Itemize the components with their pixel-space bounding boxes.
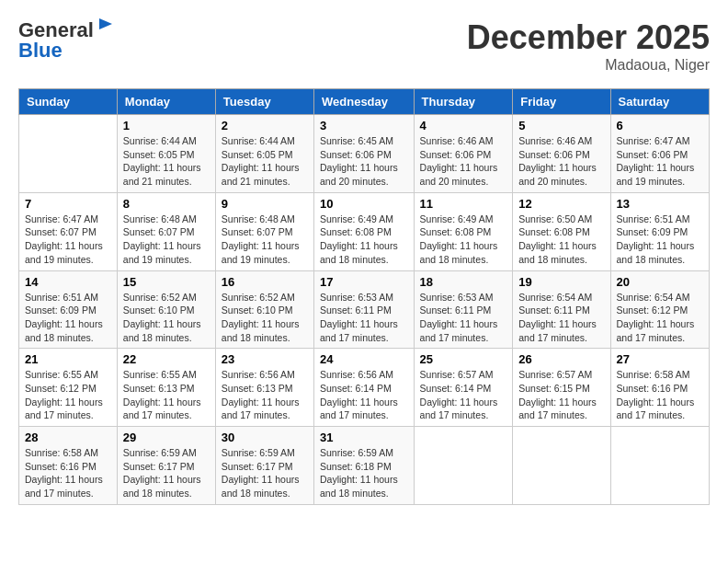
calendar-day-cell: 11Sunrise: 6:49 AM Sunset: 6:08 PM Dayli… (414, 192, 513, 270)
day-detail: Sunrise: 6:49 AM Sunset: 6:08 PM Dayligh… (320, 213, 408, 267)
day-detail: Sunrise: 6:49 AM Sunset: 6:08 PM Dayligh… (420, 213, 507, 267)
calendar-day-cell: 9Sunrise: 6:48 AM Sunset: 6:07 PM Daylig… (215, 192, 313, 270)
day-detail: Sunrise: 6:52 AM Sunset: 6:10 PM Dayligh… (123, 291, 210, 345)
calendar-day-cell: 25Sunrise: 6:57 AM Sunset: 6:14 PM Dayli… (414, 349, 513, 427)
day-detail: Sunrise: 6:50 AM Sunset: 6:08 PM Dayligh… (518, 213, 604, 267)
calendar-day-cell: 17Sunrise: 6:53 AM Sunset: 6:11 PM Dayli… (314, 270, 415, 349)
svg-marker-0 (99, 18, 112, 29)
calendar-day-cell: 4Sunrise: 6:46 AM Sunset: 6:06 PM Daylig… (414, 115, 513, 193)
calendar-week-row: 21Sunrise: 6:55 AM Sunset: 6:12 PM Dayli… (19, 349, 710, 427)
calendar-day-cell: 26Sunrise: 6:57 AM Sunset: 6:15 PM Dayli… (513, 349, 610, 427)
day-detail: Sunrise: 6:54 AM Sunset: 6:12 PM Dayligh… (617, 291, 703, 345)
calendar-day-cell: 2Sunrise: 6:44 AM Sunset: 6:05 PM Daylig… (215, 115, 313, 193)
calendar-day-header: Monday (117, 89, 215, 115)
day-number: 29 (123, 431, 210, 444)
day-number: 23 (222, 352, 308, 366)
calendar-day-header: Sunday (19, 89, 118, 115)
day-number: 11 (420, 197, 507, 211)
calendar-header-row: SundayMondayTuesdayWednesdayThursdayFrid… (19, 89, 710, 115)
day-detail: Sunrise: 6:44 AM Sunset: 6:05 PM Dayligh… (222, 134, 308, 189)
day-number: 17 (320, 275, 408, 289)
day-detail: Sunrise: 6:46 AM Sunset: 6:06 PM Dayligh… (518, 134, 604, 189)
day-detail: Sunrise: 6:58 AM Sunset: 6:16 PM Dayligh… (25, 446, 111, 500)
calendar-day-cell: 31Sunrise: 6:59 AM Sunset: 6:18 PM Dayli… (314, 427, 415, 505)
calendar-day-cell: 3Sunrise: 6:45 AM Sunset: 6:06 PM Daylig… (314, 115, 415, 193)
day-number: 3 (320, 119, 408, 132)
calendar-day-header: Friday (513, 89, 610, 115)
day-detail: Sunrise: 6:52 AM Sunset: 6:10 PM Dayligh… (222, 291, 308, 345)
day-number: 13 (617, 197, 703, 211)
title-block: December 2025 Madaoua, Niger (467, 18, 710, 74)
calendar-day-cell: 7Sunrise: 6:47 AM Sunset: 6:07 PM Daylig… (19, 192, 118, 270)
calendar-day-cell: 20Sunrise: 6:54 AM Sunset: 6:12 PM Dayli… (610, 270, 709, 349)
day-detail: Sunrise: 6:59 AM Sunset: 6:18 PM Dayligh… (320, 446, 408, 500)
calendar-day-cell: 1Sunrise: 6:44 AM Sunset: 6:05 PM Daylig… (117, 115, 215, 193)
calendar-table: SundayMondayTuesdayWednesdayThursdayFrid… (18, 88, 710, 505)
calendar-day-header: Wednesday (314, 89, 415, 115)
calendar-day-cell: 8Sunrise: 6:48 AM Sunset: 6:07 PM Daylig… (117, 192, 215, 270)
day-number: 20 (617, 275, 703, 289)
calendar-day-cell: 14Sunrise: 6:51 AM Sunset: 6:09 PM Dayli… (19, 270, 118, 349)
day-detail: Sunrise: 6:44 AM Sunset: 6:05 PM Dayligh… (123, 134, 210, 189)
calendar-week-row: 7Sunrise: 6:47 AM Sunset: 6:07 PM Daylig… (19, 192, 710, 270)
calendar-day-cell: 10Sunrise: 6:49 AM Sunset: 6:08 PM Dayli… (314, 192, 415, 270)
logo-flag-icon (96, 17, 114, 35)
day-detail: Sunrise: 6:55 AM Sunset: 6:12 PM Dayligh… (25, 368, 111, 422)
day-detail: Sunrise: 6:46 AM Sunset: 6:06 PM Dayligh… (420, 134, 507, 189)
calendar-day-cell: 5Sunrise: 6:46 AM Sunset: 6:06 PM Daylig… (513, 115, 610, 193)
day-number: 22 (123, 352, 210, 366)
calendar-day-header: Thursday (414, 89, 513, 115)
calendar-day-cell: 18Sunrise: 6:53 AM Sunset: 6:11 PM Dayli… (414, 270, 513, 349)
month-title: December 2025 (467, 18, 710, 57)
calendar-day-cell: 15Sunrise: 6:52 AM Sunset: 6:10 PM Dayli… (117, 270, 215, 349)
day-detail: Sunrise: 6:47 AM Sunset: 6:07 PM Dayligh… (25, 213, 111, 267)
day-number: 10 (320, 197, 408, 211)
day-number: 15 (123, 275, 210, 289)
day-detail: Sunrise: 6:51 AM Sunset: 6:09 PM Dayligh… (25, 291, 111, 345)
calendar-day-cell: 24Sunrise: 6:56 AM Sunset: 6:14 PM Dayli… (314, 349, 415, 427)
day-number: 18 (420, 275, 507, 289)
day-number: 31 (320, 431, 408, 444)
day-number: 19 (518, 275, 604, 289)
day-number: 28 (25, 431, 111, 444)
calendar-day-cell: 6Sunrise: 6:47 AM Sunset: 6:06 PM Daylig… (610, 115, 709, 193)
day-number: 5 (518, 119, 604, 132)
day-number: 26 (518, 352, 604, 366)
day-detail: Sunrise: 6:45 AM Sunset: 6:06 PM Dayligh… (320, 134, 408, 189)
calendar-week-row: 1Sunrise: 6:44 AM Sunset: 6:05 PM Daylig… (19, 115, 710, 193)
day-detail: Sunrise: 6:56 AM Sunset: 6:14 PM Dayligh… (320, 368, 408, 422)
page-header: General Blue December 2025 Madaoua, Nige… (18, 18, 710, 74)
day-detail: Sunrise: 6:55 AM Sunset: 6:13 PM Dayligh… (123, 368, 210, 422)
day-number: 14 (25, 275, 111, 289)
day-number: 9 (222, 197, 308, 211)
calendar-day-cell: 12Sunrise: 6:50 AM Sunset: 6:08 PM Dayli… (513, 192, 610, 270)
calendar-week-row: 28Sunrise: 6:58 AM Sunset: 6:16 PM Dayli… (19, 427, 710, 505)
day-detail: Sunrise: 6:48 AM Sunset: 6:07 PM Dayligh… (222, 213, 308, 267)
day-number: 27 (617, 352, 703, 366)
day-detail: Sunrise: 6:56 AM Sunset: 6:13 PM Dayligh… (222, 368, 308, 422)
day-number: 4 (420, 119, 507, 132)
calendar-day-cell: 13Sunrise: 6:51 AM Sunset: 6:09 PM Dayli… (610, 192, 709, 270)
day-detail: Sunrise: 6:47 AM Sunset: 6:06 PM Dayligh… (617, 134, 703, 189)
day-detail: Sunrise: 6:51 AM Sunset: 6:09 PM Dayligh… (617, 213, 703, 267)
calendar-day-cell: 23Sunrise: 6:56 AM Sunset: 6:13 PM Dayli… (215, 349, 313, 427)
calendar-day-cell (610, 427, 709, 505)
calendar-day-cell: 16Sunrise: 6:52 AM Sunset: 6:10 PM Dayli… (215, 270, 313, 349)
day-number: 30 (222, 431, 308, 444)
day-number: 7 (25, 197, 111, 211)
day-detail: Sunrise: 6:48 AM Sunset: 6:07 PM Dayligh… (123, 213, 210, 267)
day-number: 12 (518, 197, 604, 211)
calendar-day-cell: 29Sunrise: 6:59 AM Sunset: 6:17 PM Dayli… (117, 427, 215, 505)
day-detail: Sunrise: 6:58 AM Sunset: 6:16 PM Dayligh… (617, 368, 703, 422)
day-number: 6 (617, 119, 703, 132)
day-number: 8 (123, 197, 210, 211)
logo: General Blue (18, 18, 114, 63)
day-number: 24 (320, 352, 408, 366)
day-detail: Sunrise: 6:54 AM Sunset: 6:11 PM Dayligh… (518, 291, 604, 345)
calendar-day-header: Saturday (610, 89, 709, 115)
calendar-body: 1Sunrise: 6:44 AM Sunset: 6:05 PM Daylig… (19, 115, 710, 505)
calendar-day-header: Tuesday (215, 89, 313, 115)
calendar-day-cell: 19Sunrise: 6:54 AM Sunset: 6:11 PM Dayli… (513, 270, 610, 349)
day-number: 1 (123, 119, 210, 132)
calendar-week-row: 14Sunrise: 6:51 AM Sunset: 6:09 PM Dayli… (19, 270, 710, 349)
